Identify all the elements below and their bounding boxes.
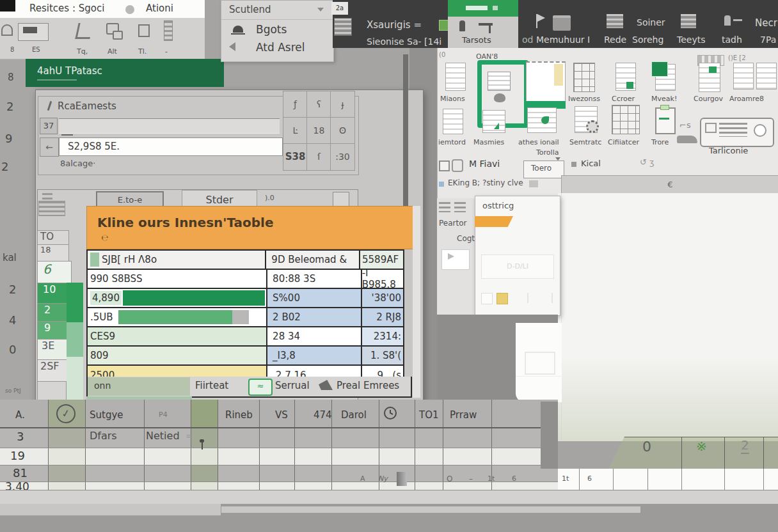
dialog-input-1[interactable] bbox=[59, 118, 280, 134]
column-header[interactable]: VS bbox=[275, 409, 288, 421]
gallery-item-icon[interactable] bbox=[756, 63, 777, 90]
undo-icon[interactable]: ↺ ʒ bbox=[640, 157, 655, 167]
green-banner-label: 4ahU TPatasc bbox=[37, 65, 102, 77]
table-row[interactable]: .5UB 2 B02 2 RJ8 bbox=[88, 308, 403, 327]
function-cell[interactable]: ʕ bbox=[306, 91, 331, 118]
back-button[interactable]: ← bbox=[40, 137, 59, 157]
column-header[interactable]: Sutgye bbox=[90, 409, 123, 421]
column-header[interactable]: TO1 bbox=[419, 409, 439, 421]
gallery-item-icon[interactable] bbox=[443, 109, 463, 134]
column-header[interactable]: Darol bbox=[341, 409, 367, 421]
rail-cell[interactable]: 3E bbox=[37, 339, 70, 361]
function-cell[interactable]: 18 bbox=[306, 117, 331, 145]
menu-item[interactable]: Rede bbox=[604, 35, 626, 45]
rail-cell[interactable]: 18 bbox=[37, 244, 69, 262]
gallery-item-icon[interactable] bbox=[733, 63, 754, 90]
table-row[interactable]: 4,890 S%00 '38'00 bbox=[88, 289, 403, 308]
table-row[interactable]: SJB[ rH Λ8o 9D Beleomad & 5589AF bbox=[88, 251, 403, 270]
function-cell[interactable]: ƒ bbox=[283, 91, 308, 118]
check-option-label[interactable]: Kical bbox=[581, 159, 601, 168]
collapsed-group-bar[interactable]: € bbox=[561, 175, 778, 194]
menu-item[interactable]: Memuhuur I bbox=[536, 35, 590, 45]
tool-label: 8 bbox=[10, 46, 14, 53]
squiggle-icon[interactable]: ≈ bbox=[248, 379, 273, 396]
menu-item[interactable]: od bbox=[522, 35, 533, 45]
rail-cell[interactable]: 6 bbox=[37, 261, 72, 284]
column-header[interactable]: Rineb bbox=[225, 409, 253, 421]
grid-line bbox=[191, 400, 191, 491]
clipboard-icon[interactable] bbox=[655, 107, 676, 134]
column-header[interactable]: Prraw bbox=[450, 409, 477, 421]
sheet-cell[interactable]: Dfars bbox=[90, 430, 117, 442]
cell-glyph: Ny bbox=[378, 474, 388, 483]
sheet-cell[interactable]: Netied bbox=[146, 430, 180, 442]
function-cell[interactable]: ſ bbox=[306, 143, 331, 171]
function-cell[interactable]: ɟ bbox=[330, 91, 355, 118]
flag-icon-cloth bbox=[537, 14, 545, 22]
menu-item[interactable]: tadh bbox=[722, 35, 742, 45]
option-row-text[interactable]: EKing B; ?stiny clve bbox=[448, 178, 523, 187]
gallery-item-icon[interactable] bbox=[573, 63, 595, 92]
function-cell[interactable]: :30 bbox=[330, 143, 355, 171]
sheet-cell[interactable]: 2 bbox=[741, 437, 749, 454]
cell-text: S%00 bbox=[273, 292, 300, 304]
dropdown-item[interactable]: Atd Asrel bbox=[256, 41, 305, 54]
gallery-corner-mark: (0 bbox=[439, 51, 445, 58]
lock-tool-icon[interactable] bbox=[138, 24, 150, 37]
rail-cell[interactable]: 2SF bbox=[37, 359, 69, 382]
footer-item[interactable]: Preal Emrees bbox=[337, 380, 399, 391]
gallery-item-icon[interactable] bbox=[445, 63, 466, 91]
grid-line bbox=[681, 469, 682, 491]
gallery-item-sublabel: Torolla bbox=[536, 148, 559, 157]
menu-item[interactable]: 7Pa bbox=[760, 35, 776, 45]
format-window-title: osttricg bbox=[482, 201, 514, 210]
boxed-control-lines bbox=[719, 123, 747, 137]
grid-line bbox=[724, 437, 725, 469]
toggle-icon[interactable] bbox=[754, 124, 766, 137]
row-number[interactable]: 81 bbox=[13, 466, 28, 480]
grid-line bbox=[218, 400, 218, 491]
function-cell[interactable]: Ŀ bbox=[283, 117, 308, 145]
table-icon[interactable] bbox=[612, 105, 640, 134]
data-bar-green-light bbox=[118, 310, 232, 324]
back-arrow-icon[interactable] bbox=[229, 42, 235, 51]
rail-cell[interactable]: TO bbox=[37, 230, 69, 246]
column-header[interactable]: A. bbox=[15, 409, 25, 421]
cell-text: _I3,8 bbox=[273, 350, 296, 361]
row-number[interactable]: 3 bbox=[17, 430, 24, 443]
input-underscore-marks bbox=[61, 134, 73, 136]
caret-icon[interactable] bbox=[555, 157, 560, 160]
white-card-seam bbox=[516, 376, 562, 377]
toolbar-window-icon[interactable] bbox=[333, 192, 349, 207]
column-header[interactable]: P4 bbox=[159, 411, 168, 419]
function-cell[interactable]: S38 bbox=[283, 143, 308, 171]
active-tab-label[interactable]: Tarsots bbox=[462, 35, 491, 45]
footer-item[interactable]: Serrual bbox=[275, 380, 310, 391]
column-header[interactable]: 474 bbox=[314, 409, 332, 421]
filter-icon[interactable] bbox=[334, 18, 352, 36]
margin-label: 2 bbox=[1, 160, 8, 173]
function-cell[interactable]: ʘ bbox=[330, 117, 355, 145]
gallery-item-icon[interactable] bbox=[482, 110, 505, 133]
column-list-icon[interactable] bbox=[164, 20, 173, 41]
menu-item[interactable]: Teeyts bbox=[677, 35, 705, 45]
taskbar-step[interactable] bbox=[221, 506, 641, 513]
dropdown-header[interactable]: Scutlend bbox=[229, 4, 271, 15]
menu-item[interactable]: Sorehg bbox=[632, 35, 663, 45]
sheet-cell[interactable]: 0 bbox=[642, 439, 651, 455]
row-number[interactable]: 19 bbox=[10, 449, 25, 462]
desk-leg-icon bbox=[489, 26, 491, 33]
table-row[interactable]: 990 S8BSS 80:88 3S -I B985.8 bbox=[88, 270, 403, 289]
checkbox-square-icon[interactable] bbox=[439, 160, 450, 171]
table-row[interactable]: 809 _I3,8 1. S8'( bbox=[88, 347, 403, 366]
person-icon[interactable] bbox=[1, 24, 13, 36]
chevron-down-icon[interactable] bbox=[317, 8, 324, 12]
table-banner-title: Kline ours Innesn'Taoble bbox=[97, 215, 273, 230]
plant-icon bbox=[541, 116, 549, 124]
footer-item[interactable]: Fiirteat bbox=[195, 380, 228, 391]
titlebar-text-right: Ationi bbox=[146, 3, 173, 14]
dropdown-item[interactable]: Bgots bbox=[256, 23, 287, 36]
tool-label: Tq, bbox=[77, 47, 88, 56]
table-row[interactable]: CES9 28 34 2314: bbox=[88, 327, 403, 347]
orange-tab[interactable] bbox=[475, 216, 513, 227]
